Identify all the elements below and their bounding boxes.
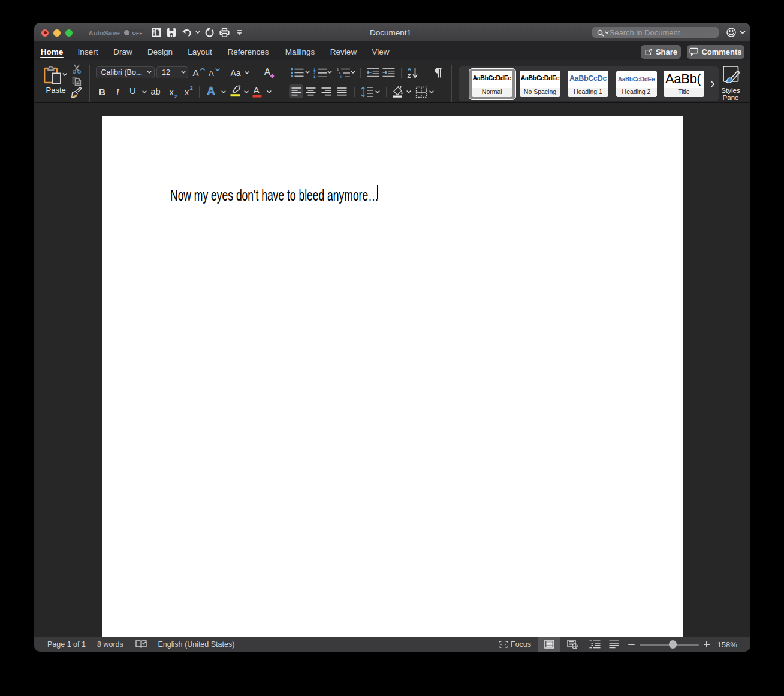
svg-text:3: 3 xyxy=(313,74,316,78)
svg-text:Z: Z xyxy=(407,72,411,79)
svg-text:A: A xyxy=(407,66,411,72)
svg-text:i: i xyxy=(340,74,342,78)
